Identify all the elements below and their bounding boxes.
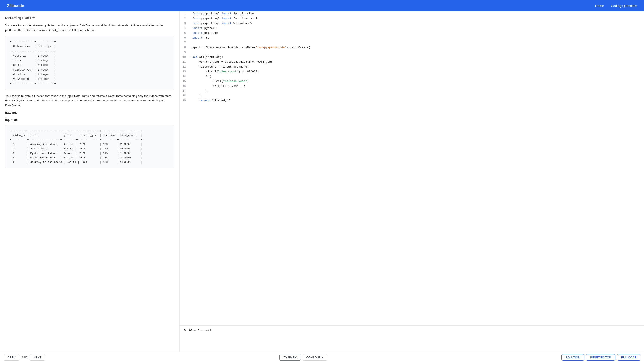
code-line: 11 current_year = datetime.datetime.now(… — [180, 60, 644, 65]
code-line: 12 filtered_df = input_df.where( — [180, 65, 644, 69]
line-code: (F.col("view_count") > 1000000) — [192, 69, 642, 74]
line-number: 14 — [181, 74, 189, 79]
code-line: 8spark = SparkSession.builder.appName('r… — [180, 45, 644, 50]
line-number: 19 — [181, 98, 189, 103]
code-line: 5import datetime — [180, 31, 644, 36]
line-number: 11 — [181, 60, 189, 65]
line-code: spark = SparkSession.builder.appName('ru… — [192, 45, 642, 50]
line-number: 5 — [181, 31, 189, 36]
code-line: 1from pyspark.sql import SparkSession — [180, 12, 644, 16]
main-layout: Streaming Platform You work for a video … — [0, 12, 644, 351]
code-line: 16 >= current_year - 5 — [180, 84, 644, 89]
task-description: Your task is to write a function that ta… — [5, 94, 174, 108]
prev-button[interactable]: PREV — [4, 354, 20, 360]
line-number: 15 — [181, 79, 189, 84]
problem-intro: You work for a video streaming platform … — [5, 23, 174, 33]
line-code: ) — [192, 89, 642, 93]
code-line: 4import pyspark — [180, 26, 644, 31]
line-code: def etl(input_df): — [192, 55, 642, 60]
code-editor[interactable]: 1from pyspark.sql import SparkSession2fr… — [180, 12, 644, 325]
console-button[interactable]: CONSOLE ▲ — [302, 354, 327, 360]
example-table-label: input_df — [5, 118, 174, 123]
code-line: 18 ) — [180, 93, 644, 98]
code-line: 9 — [180, 50, 644, 55]
example-heading: Example — [5, 110, 174, 115]
line-code: from pyspark.sql import Window as W — [192, 21, 642, 26]
console-output: Problem Correct! — [180, 325, 644, 351]
line-number: 3 — [181, 21, 189, 26]
line-number: 9 — [181, 50, 189, 55]
code-line: 14 & ( — [180, 74, 644, 79]
example-table: +----------+--------------------+-------… — [5, 125, 174, 168]
nav-home[interactable]: Home — [595, 4, 604, 8]
code-line: 2from pyspark.sql import functions as F — [180, 16, 644, 21]
pyspark-button[interactable]: PYSPARK — [279, 354, 301, 360]
solution-button[interactable]: SOLUTION — [562, 354, 584, 360]
line-code: import json — [192, 36, 642, 40]
code-line: 7 — [180, 40, 644, 45]
line-number: 1 — [181, 12, 189, 16]
code-line: 3from pyspark.sql import Window as W — [180, 21, 644, 26]
code-panel: 1from pyspark.sql import SparkSession2fr… — [180, 12, 644, 351]
code-line: 15 F.col("release_year") — [180, 79, 644, 84]
brand-logo: Zillacode — [7, 4, 24, 8]
header: Zillacode Home Coding Questions — [0, 0, 644, 12]
line-number: 10 — [181, 55, 189, 60]
console-text: Problem Correct! — [184, 329, 212, 332]
line-code: F.col("release_year") — [192, 79, 642, 84]
schema-table: +--------------+-----------+ | Column Na… — [5, 36, 174, 90]
line-code: & ( — [192, 74, 642, 79]
reset-editor-button[interactable]: RESET EDITOR — [586, 354, 615, 360]
line-number: 8 — [181, 45, 189, 50]
code-line: 10▾def etl(input_df): — [180, 55, 644, 60]
line-number: 13 — [181, 69, 189, 74]
run-code-button[interactable]: RUN CODE — [617, 354, 640, 360]
page-info: 1/52 — [21, 356, 28, 359]
line-code: import datetime — [192, 31, 642, 36]
line-number: 16 — [181, 84, 189, 89]
line-number: 6 — [181, 36, 189, 40]
line-number: 12 — [181, 65, 189, 69]
code-line: 13 (F.col("view_count") > 1000000) — [180, 69, 644, 74]
code-line: 6import json — [180, 36, 644, 40]
line-number: 4 — [181, 26, 189, 31]
code-line: 19 return filtered_df — [180, 98, 644, 103]
line-code: filtered_df = input_df.where( — [192, 65, 642, 69]
line-code: from pyspark.sql import functions as F — [192, 16, 642, 21]
fold-arrow[interactable]: ▾ — [189, 55, 192, 60]
line-number: 18 — [181, 93, 189, 98]
line-code: current_year = datetime.datetime.now().y… — [192, 60, 642, 65]
line-code: import pyspark — [192, 26, 642, 31]
problem-panel: Streaming Platform You work for a video … — [0, 12, 180, 351]
next-button[interactable]: NEXT — [30, 354, 46, 360]
line-code: return filtered_df — [192, 98, 642, 103]
main-nav: Home Coding Questions — [595, 4, 637, 8]
bottom-bar: PREV 1/52 NEXT PYSPARK CONSOLE ▲ SOLUTIO… — [0, 351, 644, 363]
line-number: 7 — [181, 40, 189, 45]
nav-coding-questions[interactable]: Coding Questions — [611, 4, 637, 8]
line-number: 17 — [181, 89, 189, 93]
code-line: 17 ) — [180, 89, 644, 93]
chevron-up-icon: ▲ — [322, 356, 324, 358]
line-code: ) — [192, 93, 642, 98]
line-code: >= current_year - 5 — [192, 84, 642, 89]
line-number: 2 — [181, 16, 189, 21]
line-code: from pyspark.sql import SparkSession — [192, 12, 642, 16]
problem-title: Streaming Platform — [5, 16, 174, 20]
